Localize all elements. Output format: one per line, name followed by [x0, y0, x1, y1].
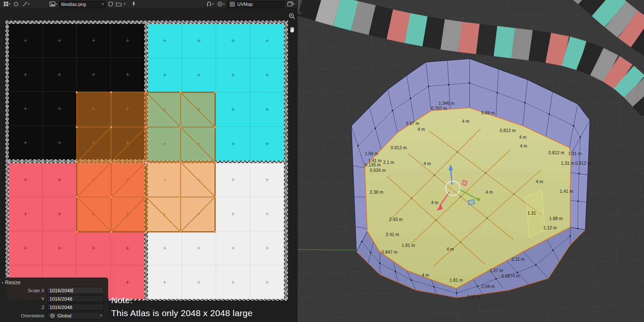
uv-editor-panel: ▾ ▾ ▾ tileatlas.png ×	[0, 0, 298, 322]
scale-z-input[interactable]: 1016/2048	[47, 304, 104, 311]
chevron-down-icon: ▾	[100, 314, 102, 317]
dimension-label: 1.12 m	[543, 225, 557, 230]
dimension-label: 4 m	[519, 135, 527, 140]
fake-user-shield-icon[interactable]	[107, 1, 114, 8]
scale-y-value: 1016/2048	[49, 296, 72, 301]
note-line-1: Note:	[111, 293, 253, 306]
dimension-label: 2.38 m	[370, 190, 383, 195]
chevron-down-icon: ▾	[293, 2, 295, 6]
collapse-caret-icon: ▾	[2, 281, 3, 285]
uv-vertex[interactable]	[76, 161, 78, 163]
uv-vertex[interactable]	[180, 231, 182, 233]
image-slot-button[interactable]: ▾	[286, 0, 296, 8]
dimension-label: 3.37 m	[467, 294, 480, 299]
dimension-label: 4 m	[431, 200, 439, 205]
uv-vertex[interactable]	[145, 126, 147, 128]
uv-vertex[interactable]	[76, 91, 78, 93]
orientation-value: Global	[57, 313, 71, 318]
gizmo-plane-x[interactable]	[462, 180, 467, 186]
uv-vertex[interactable]	[76, 196, 78, 198]
uv-vertex[interactable]	[180, 196, 182, 198]
unlink-image-icon[interactable]: ×	[101, 2, 104, 6]
room-mesh[interactable]	[351, 59, 590, 298]
region-collapse-chevron-icon[interactable]: ‹	[299, 9, 301, 16]
browse-image-icon	[49, 1, 56, 8]
track-stripe	[476, 24, 498, 56]
open-folder-icon[interactable]	[115, 1, 122, 8]
snap-button[interactable]: ▾	[205, 0, 215, 8]
uv-vertex[interactable]	[76, 231, 78, 233]
uv-vertex[interactable]	[76, 126, 78, 128]
uv-vertex[interactable]	[180, 91, 182, 93]
uv-vertex[interactable]	[111, 161, 112, 163]
pan-hand-icon[interactable]	[288, 26, 296, 35]
uv-vertex[interactable]	[145, 196, 147, 198]
dimension-label: 4 m	[486, 190, 493, 195]
uvmap-selector[interactable]: UVMap	[227, 1, 285, 8]
scale-x-input[interactable]: 1016/2048	[47, 287, 104, 294]
uv-vertex[interactable]	[145, 231, 147, 233]
dimension-label: 0.526 m	[370, 168, 386, 173]
uv-vertex[interactable]	[145, 91, 147, 93]
dimension-label: 1.41 m	[560, 189, 573, 194]
dimension-label: 3.97 m	[406, 121, 419, 126]
resize-operator-panel[interactable]: ▾ Resize Scale X 1016/2048 Y 1016/2048	[0, 278, 108, 322]
dimension-label: 0.847 m	[382, 249, 397, 254]
close-icon[interactable]: ×	[123, 2, 126, 6]
text-cursor	[73, 288, 73, 293]
dimension-label: 2.04 m	[481, 284, 495, 289]
dimension-label: 0.135 m	[365, 162, 381, 167]
uv-image-view[interactable]	[0, 8, 298, 322]
scale-y-input[interactable]: 1016/2048	[47, 295, 104, 302]
scale-z-label: Z	[2, 305, 44, 310]
zoom-icon[interactable]	[288, 13, 296, 21]
track-stripe	[494, 26, 515, 58]
uv-vertex[interactable]	[214, 231, 216, 233]
dimension-label: 1.69 m	[365, 151, 378, 156]
uv-vertex[interactable]	[214, 196, 216, 198]
dimension-label: 4 m	[423, 161, 431, 166]
dimension-label: 4 m	[447, 247, 454, 252]
uv-vertex[interactable]	[111, 126, 112, 128]
dimension-label: 1.31 m	[561, 161, 574, 166]
gizmo-plane-z[interactable]	[468, 200, 475, 205]
dimension-label: 4 m	[536, 179, 543, 184]
image-name-field[interactable]: tileatlas.png ×	[59, 1, 106, 8]
dimension-label: 1.88 m	[549, 216, 563, 221]
uv-vertex[interactable]	[214, 91, 216, 93]
scale-x-value: 1016/2048	[49, 288, 72, 293]
falloff-curve-icon	[21, 1, 28, 8]
uv-vertex[interactable]	[214, 126, 216, 128]
proportional-falloff-button[interactable]: ▾	[216, 0, 226, 8]
dimension-label: 0.812 m	[391, 145, 407, 150]
orientation-select[interactable]: Global ▾	[47, 312, 104, 319]
falloff-curve-button[interactable]: ▾	[21, 0, 30, 8]
dimension-label: 1.27 m	[490, 268, 503, 273]
viewport-3d[interactable]: 1.346 m0.787 m5.69 m3.97 m4 m4 m0.812 m4…	[298, 0, 644, 322]
uv-vertex[interactable]	[180, 161, 182, 163]
dimension-label: 1.81 m	[402, 243, 415, 248]
browse-image-button[interactable]: ▾	[48, 0, 58, 8]
pin-icon[interactable]	[130, 1, 137, 8]
uv-vertex[interactable]	[111, 196, 112, 198]
viewport-3d-view[interactable]: 1.346 m0.787 m5.69 m3.97 m4 m4 m0.812 m4…	[298, 0, 644, 322]
uv-vertex[interactable]	[214, 161, 216, 163]
dimension-label: 4 m	[462, 119, 470, 124]
orientation-global-icon	[49, 312, 56, 319]
uv-vertex[interactable]	[111, 231, 112, 233]
uv-canvas[interactable]: ▾ Resize Scale X 1016/2048 Y 1016/2048	[0, 8, 298, 322]
dimension-label: 2.41 m	[386, 232, 399, 237]
dimension-label: 4 m	[422, 273, 429, 278]
image-name: tileatlas.png	[61, 2, 86, 7]
proportional-edit-icon[interactable]	[13, 1, 19, 8]
dimension-label: 1.81 m	[449, 278, 463, 283]
uv-vertex[interactable]	[180, 126, 182, 128]
dimension-label: 2.1 m	[383, 160, 395, 165]
editor-type-button[interactable]: ▾	[2, 0, 11, 8]
resize-panel-header[interactable]: ▾ Resize	[2, 279, 105, 286]
uv-nav-gizmos	[288, 13, 296, 35]
blender-window: ▾ ▾ ▾ tileatlas.png ×	[0, 0, 644, 322]
uv-vertex[interactable]	[111, 91, 112, 93]
chevron-down-icon: ▾	[28, 2, 29, 6]
dimension-label: 2.43 m	[389, 217, 402, 222]
